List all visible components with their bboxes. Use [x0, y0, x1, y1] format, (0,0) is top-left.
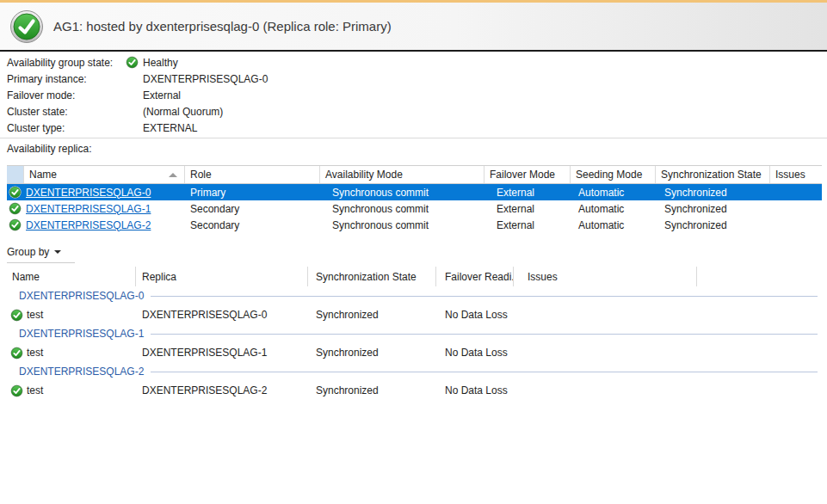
healthy-check-icon — [126, 56, 143, 69]
summary-row-state: Availability group state: Healthy — [7, 54, 268, 71]
summary-label: Cluster type: — [7, 122, 126, 134]
replica-link[interactable]: DXENTERPRISESQLAG-0 — [26, 187, 151, 199]
column-header-synchronization-state[interactable]: Synchronization State — [656, 166, 770, 183]
column-header-label: Issues — [775, 169, 805, 181]
ag-state-value: Healthy — [143, 57, 178, 69]
column-header-label: Synchronization State — [316, 271, 417, 283]
replicas-table-header: Name Role Availability Mode Failover Mod… — [7, 165, 822, 184]
row-status-check-icon — [7, 202, 24, 215]
replica-seeding-mode: Automatic — [571, 219, 656, 231]
db-status-check-icon — [10, 384, 23, 397]
database-row[interactable]: test DXENTERPRISESQLAG-0 Synchronized No… — [7, 305, 822, 324]
column-header-label: Failover Readi... — [445, 271, 514, 283]
availability-replica-label: Availability replica: — [7, 143, 92, 155]
column-header-replica[interactable]: Replica — [136, 267, 308, 286]
summary-row-cluster-state: Cluster state: (Normal Quorum) — [7, 103, 268, 120]
column-header-failover-mode[interactable]: Failover Mode — [484, 166, 571, 183]
database-failover-readiness: No Data Loss — [436, 309, 514, 321]
replica-availability-mode: Synchronous commit — [320, 187, 484, 199]
column-header-filler — [697, 267, 822, 286]
column-header-label: Seeding Mode — [576, 169, 642, 181]
chevron-down-icon — [54, 250, 61, 254]
column-header-seeding-mode[interactable]: Seeding Mode — [571, 166, 656, 183]
icon-spacer — [126, 105, 143, 118]
replica-synchronization-state: Synchronized — [656, 187, 770, 199]
replica-role: Secondary — [185, 219, 320, 231]
database-replica: DXENTERPRISESQLAG-0 — [136, 309, 308, 321]
group-rule-line — [151, 296, 818, 297]
database-synchronization-state: Synchronized — [308, 384, 436, 396]
replica-row-0[interactable]: DXENTERPRISESQLAG-0 Primary Synchronous … — [7, 184, 822, 200]
summary-row-failover-mode: Failover mode: External — [7, 87, 268, 103]
column-header-label: Failover Mode — [490, 169, 555, 181]
section-divider — [0, 138, 827, 138]
column-header-label: Name — [29, 169, 57, 181]
group-name: DXENTERPRISESQLAG-1 — [7, 328, 144, 340]
column-header-name[interactable]: Name — [24, 166, 185, 183]
databases-table-body: DXENTERPRISESQLAG-0 test DXENTERPRISESQL… — [7, 286, 822, 400]
ag-summary: Availability group state: Healthy Primar… — [7, 54, 268, 136]
column-header-name[interactable]: Name — [7, 267, 136, 286]
column-header-label: Name — [12, 271, 40, 283]
group-rule-line — [151, 334, 818, 335]
row-status-check-icon — [7, 218, 24, 231]
cluster-state-value: (Normal Quorum) — [143, 106, 223, 118]
db-status-check-icon — [10, 347, 23, 360]
database-row[interactable]: test DXENTERPRISESQLAG-2 Synchronized No… — [7, 381, 822, 400]
group-header-1[interactable]: DXENTERPRISESQLAG-1 — [7, 324, 822, 343]
cluster-type-value: EXTERNAL — [143, 122, 197, 134]
databases-table-header: Name Replica Synchronization State Failo… — [7, 267, 822, 286]
group-header-0[interactable]: DXENTERPRISESQLAG-0 — [7, 286, 822, 305]
group-by-label: Group by — [7, 246, 49, 258]
replica-synchronization-state: Synchronized — [656, 203, 770, 215]
replica-row-1[interactable]: DXENTERPRISESQLAG-1 Secondary Synchronou… — [7, 200, 822, 217]
sort-ascending-icon — [169, 173, 177, 177]
replica-failover-mode: External — [484, 187, 571, 199]
replica-row-2[interactable]: DXENTERPRISESQLAG-2 Secondary Synchronou… — [7, 217, 822, 233]
replica-synchronization-state: Synchronized — [656, 219, 770, 231]
summary-label: Availability group state: — [7, 57, 126, 69]
group-name: DXENTERPRISESQLAG-0 — [7, 290, 144, 302]
database-name: test — [27, 384, 43, 396]
column-header-availability-mode[interactable]: Availability Mode — [320, 166, 484, 183]
column-header-synchronization-state[interactable]: Synchronization State — [308, 267, 436, 286]
replica-availability-mode: Synchronous commit — [320, 219, 484, 231]
group-name: DXENTERPRISESQLAG-2 — [7, 366, 144, 378]
database-failover-readiness: No Data Loss — [436, 347, 514, 359]
success-check-icon — [10, 10, 43, 43]
failover-mode-value: External — [143, 89, 181, 101]
column-header-label: Replica — [142, 271, 176, 283]
summary-row-primary-instance: Primary instance: DXENTERPRISESQLAG-0 — [7, 71, 268, 87]
row-status-check-icon — [7, 186, 24, 199]
database-synchronization-state: Synchronized — [308, 347, 436, 359]
ag-dashboard: AG1: hosted by dxenterprisesqlag-0 (Repl… — [0, 0, 827, 504]
column-header-label: Synchronization State — [661, 169, 762, 181]
replica-link[interactable]: DXENTERPRISESQLAG-2 — [26, 219, 151, 231]
db-status-check-icon — [10, 309, 23, 322]
column-header-label: Issues — [528, 271, 558, 283]
database-row[interactable]: test DXENTERPRISESQLAG-1 Synchronized No… — [7, 343, 822, 362]
column-header-role[interactable]: Role — [185, 166, 320, 183]
replica-role: Secondary — [185, 203, 320, 215]
group-header-2[interactable]: DXENTERPRISESQLAG-2 — [7, 362, 822, 381]
replica-seeding-mode: Automatic — [571, 203, 656, 215]
column-header-issues[interactable]: Issues — [770, 166, 822, 183]
column-header-label: Role — [190, 169, 212, 181]
column-header-label: Availability Mode — [325, 169, 403, 181]
select-all-corner[interactable] — [7, 166, 24, 183]
icon-spacer — [126, 72, 143, 85]
group-rule-line — [151, 372, 818, 372]
replica-failover-mode: External — [484, 219, 571, 231]
databases-table: Name Replica Synchronization State Failo… — [7, 267, 822, 400]
group-by-dropdown[interactable]: Group by — [7, 241, 75, 263]
database-replica: DXENTERPRISESQLAG-2 — [136, 384, 308, 396]
column-header-issues[interactable]: Issues — [514, 267, 697, 286]
replica-link[interactable]: DXENTERPRISESQLAG-1 — [26, 203, 151, 215]
database-replica: DXENTERPRISESQLAG-1 — [136, 347, 308, 359]
replica-seeding-mode: Automatic — [571, 187, 656, 199]
summary-label: Primary instance: — [7, 73, 126, 85]
database-synchronization-state: Synchronized — [308, 309, 436, 321]
page-title: AG1: hosted by dxenterprisesqlag-0 (Repl… — [53, 19, 392, 34]
database-failover-readiness: No Data Loss — [436, 384, 514, 396]
column-header-failover-readiness[interactable]: Failover Readi... — [436, 267, 514, 286]
